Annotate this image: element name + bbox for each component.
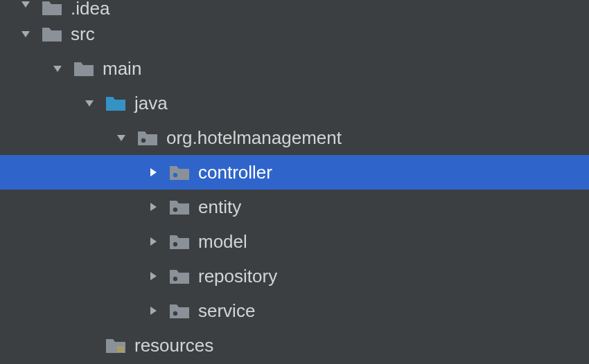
svg-marker-6 bbox=[150, 168, 157, 176]
tree-item-label: repository bbox=[198, 266, 277, 287]
tree-item-label: controller bbox=[198, 162, 272, 183]
svg-point-13 bbox=[173, 277, 177, 281]
svg-marker-10 bbox=[150, 237, 157, 246]
tree-item-idea[interactable]: .idea bbox=[0, 0, 589, 17]
svg-rect-17 bbox=[117, 349, 124, 350]
expand-arrow-icon[interactable] bbox=[143, 197, 164, 217]
tree-item-label: src bbox=[71, 24, 95, 45]
package-icon bbox=[137, 129, 158, 147]
collapse-arrow-icon[interactable] bbox=[111, 127, 132, 148]
svg-point-7 bbox=[173, 173, 177, 177]
tree-item-label: model bbox=[198, 231, 247, 253]
svg-point-5 bbox=[141, 138, 146, 143]
tree-item-package-root[interactable]: org.hotelmanagement bbox=[0, 120, 589, 155]
tree-item-main[interactable]: main bbox=[0, 51, 589, 86]
svg-marker-1 bbox=[21, 31, 30, 37]
collapse-arrow-icon[interactable] bbox=[15, 24, 36, 44]
svg-marker-4 bbox=[117, 135, 125, 141]
expand-arrow-icon[interactable] bbox=[143, 266, 164, 286]
tree-item-repository[interactable]: repository bbox=[0, 259, 589, 293]
tree-item-label: entity bbox=[198, 197, 241, 218]
svg-marker-14 bbox=[150, 307, 157, 315]
svg-rect-16 bbox=[117, 347, 124, 348]
tree-item-model[interactable]: model bbox=[0, 224, 589, 259]
tree-item-java[interactable]: java bbox=[0, 86, 589, 120]
tree-item-label: org.hotelmanagement bbox=[166, 127, 342, 149]
tree-item-service[interactable]: service bbox=[0, 293, 589, 328]
folder-icon bbox=[73, 60, 94, 78]
tree-item-label: .idea bbox=[71, 0, 109, 17]
svg-rect-18 bbox=[117, 351, 124, 352]
collapse-arrow-icon[interactable] bbox=[79, 93, 100, 113]
svg-point-11 bbox=[173, 242, 177, 246]
tree-item-entity[interactable]: entity bbox=[0, 190, 589, 224]
tree-item-controller[interactable]: controller bbox=[0, 155, 589, 190]
expand-arrow-icon[interactable] bbox=[15, 0, 36, 17]
tree-item-src[interactable]: src bbox=[0, 17, 589, 51]
folder-icon bbox=[42, 25, 62, 43]
package-icon bbox=[169, 163, 190, 181]
svg-marker-0 bbox=[21, 1, 30, 8]
expand-arrow-icon[interactable] bbox=[143, 162, 164, 183]
svg-point-15 bbox=[173, 311, 177, 316]
package-icon bbox=[169, 198, 190, 216]
svg-marker-3 bbox=[85, 100, 94, 107]
project-tree: .idea src main java bbox=[0, 0, 589, 363]
expand-arrow-icon[interactable] bbox=[143, 231, 164, 252]
package-icon bbox=[169, 302, 190, 320]
tree-item-resources[interactable]: resources bbox=[0, 328, 589, 363]
resources-folder-icon bbox=[105, 336, 126, 354]
tree-item-label: main bbox=[103, 58, 141, 80]
tree-item-label: resources bbox=[134, 335, 213, 356]
tree-item-label: service bbox=[198, 300, 255, 322]
svg-marker-2 bbox=[53, 66, 62, 72]
source-folder-icon bbox=[105, 94, 126, 112]
folder-icon bbox=[42, 0, 62, 17]
svg-point-9 bbox=[173, 208, 177, 212]
svg-marker-12 bbox=[150, 272, 157, 280]
package-icon bbox=[169, 233, 190, 251]
tree-item-label: java bbox=[134, 93, 168, 114]
package-icon bbox=[169, 267, 190, 285]
collapse-arrow-icon[interactable] bbox=[47, 58, 68, 79]
svg-marker-8 bbox=[150, 203, 157, 211]
expand-arrow-icon[interactable] bbox=[143, 300, 164, 321]
